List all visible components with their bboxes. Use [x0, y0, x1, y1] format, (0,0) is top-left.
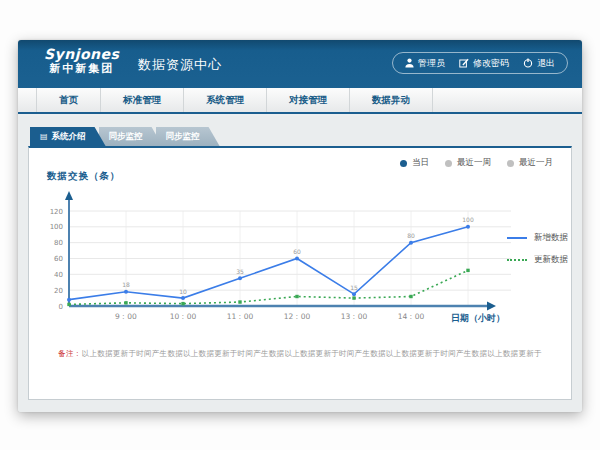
app-window: Synjones 新中新集团 数据资源中心 管理员 修改密码 退出 — [18, 40, 582, 412]
tab-label: 系统介绍 — [52, 131, 86, 141]
logout-label: 退出 — [537, 57, 555, 70]
user-label: 管理员 — [418, 57, 445, 70]
legend-label: 新增数据 — [534, 232, 568, 244]
range-filter-group: 当日 最近一周 最近一月 — [400, 157, 553, 169]
chart-panel: 当日 最近一周 最近一月 数据交换（条） 0204060801001209：00… — [28, 146, 572, 400]
footnote-text: 以上数据更新于时间产生数据以上数据更新于时间产生数据以上数据更新于时间产生数据以… — [82, 349, 542, 358]
svg-text:60: 60 — [54, 255, 63, 263]
filter-label: 最近一月 — [519, 157, 553, 169]
user-icon — [405, 58, 414, 68]
svg-text:35: 35 — [236, 268, 244, 275]
filter-last-month[interactable]: 最近一月 — [507, 157, 553, 169]
logo-wordmark: Synjones — [44, 46, 119, 62]
chart-legend: 新增数据 更新数据 — [507, 232, 568, 266]
nav-item-home[interactable]: 首页 — [36, 88, 101, 112]
svg-text:40: 40 — [54, 271, 63, 279]
svg-text:80: 80 — [54, 239, 63, 247]
svg-text:18: 18 — [122, 281, 130, 288]
app-title: 数据资源中心 — [138, 56, 222, 74]
tab-label: 同步监控 — [109, 131, 143, 141]
page-background: Synjones 新中新集团 数据资源中心 管理员 修改密码 退出 — [0, 0, 600, 450]
nav-item-standards[interactable]: 标准管理 — [101, 88, 184, 112]
svg-text:14：00: 14：00 — [398, 312, 425, 321]
svg-text:15: 15 — [350, 284, 358, 291]
document-icon: ▤ — [40, 132, 48, 141]
svg-text:13：00: 13：00 — [341, 312, 368, 321]
svg-text:0: 0 — [59, 303, 63, 311]
svg-text:日期（小时）: 日期（小时） — [451, 313, 505, 323]
user-menu[interactable]: 管理员 — [405, 57, 445, 70]
svg-text:80: 80 — [407, 232, 415, 239]
nav-item-system[interactable]: 系统管理 — [184, 88, 267, 112]
svg-text:9：00: 9：00 — [115, 312, 137, 321]
footnote: 备注：以上数据更新于时间产生数据以上数据更新于时间产生数据以上数据更新于时间产生… — [29, 349, 571, 359]
change-password-button[interactable]: 修改密码 — [459, 57, 509, 70]
footnote-label: 备注： — [58, 349, 81, 358]
solid-line-icon — [507, 237, 527, 239]
filter-last-week[interactable]: 最近一周 — [445, 157, 491, 169]
filter-label: 当日 — [412, 157, 429, 169]
radio-dot-icon — [400, 160, 407, 167]
power-icon — [523, 58, 533, 68]
main-nav: 首页 标准管理 系统管理 对接管理 数据异动 — [18, 88, 582, 114]
exchange-line-chart: 0204060801001209：0010：0011：0012：0013：001… — [43, 184, 523, 334]
filter-today[interactable]: 当日 — [400, 157, 429, 169]
svg-text:120: 120 — [50, 208, 63, 216]
tab-label: 同步监控 — [166, 131, 200, 141]
tab-bar: ▤系统介绍 同步监控 同步监控 — [30, 127, 220, 146]
filter-label: 最近一周 — [457, 157, 491, 169]
dotted-line-icon — [507, 259, 527, 261]
tab-sync-monitor-1[interactable]: 同步监控 — [99, 127, 163, 146]
nav-item-integration[interactable]: 对接管理 — [267, 88, 350, 112]
legend-label: 更新数据 — [534, 254, 568, 266]
svg-text:12：00: 12：00 — [284, 312, 311, 321]
svg-text:60: 60 — [293, 248, 301, 255]
svg-text:11：00: 11：00 — [227, 312, 254, 321]
svg-text:10: 10 — [179, 288, 187, 295]
company-logo: Synjones 新中新集团 — [44, 46, 119, 76]
legend-item-new-data[interactable]: 新增数据 — [507, 232, 568, 244]
legend-item-update-data[interactable]: 更新数据 — [507, 254, 568, 266]
radio-dot-icon — [507, 160, 514, 167]
radio-dot-icon — [445, 160, 452, 167]
tab-system-intro[interactable]: ▤系统介绍 — [30, 127, 106, 146]
nav-item-data-change[interactable]: 数据异动 — [350, 88, 433, 112]
tab-sync-monitor-2[interactable]: 同步监控 — [156, 127, 220, 146]
y-axis-title: 数据交换（条） — [47, 170, 121, 183]
svg-text:100: 100 — [50, 223, 63, 231]
logout-button[interactable]: 退出 — [523, 57, 555, 70]
svg-text:20: 20 — [54, 287, 63, 295]
app-header: Synjones 新中新集团 数据资源中心 管理员 修改密码 退出 — [18, 40, 582, 88]
logo-company-name: 新中新集团 — [44, 62, 119, 76]
content-area: ▤系统介绍 同步监控 同步监控 当日 最近一周 — [18, 116, 582, 412]
svg-text:10：00: 10：00 — [170, 312, 197, 321]
change-password-label: 修改密码 — [473, 57, 509, 70]
chart-container: 0204060801001209：0010：0011：0012：0013：001… — [43, 184, 523, 338]
edit-icon — [459, 58, 469, 68]
svg-text:100: 100 — [462, 216, 474, 223]
user-toolbar: 管理员 修改密码 退出 — [392, 52, 568, 74]
